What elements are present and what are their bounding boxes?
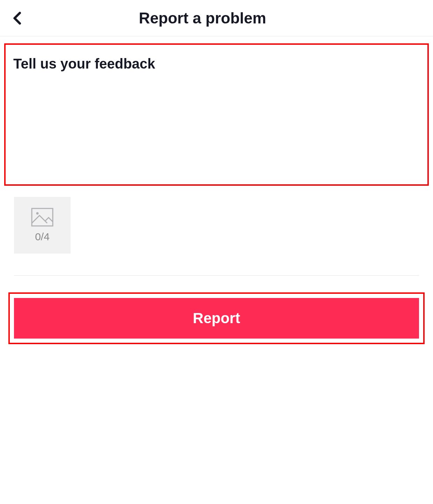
feedback-textarea[interactable] [6,45,427,183]
chevron-left-icon [10,10,24,27]
svg-rect-0 [32,208,53,226]
add-image-button[interactable]: 0/4 [14,197,71,254]
image-icon [31,208,53,227]
divider [14,275,419,276]
attachment-section: 0/4 [4,197,429,254]
svg-point-1 [36,212,39,215]
submit-highlight-frame: Report [8,292,425,344]
report-button[interactable]: Report [14,298,419,339]
page-title: Report a problem [0,9,423,27]
back-button[interactable] [10,10,24,27]
content-area: 0/4 Report [0,36,433,344]
feedback-highlight-frame [4,43,429,186]
header-bar: Report a problem [0,0,433,36]
attachment-count: 0/4 [35,231,50,243]
